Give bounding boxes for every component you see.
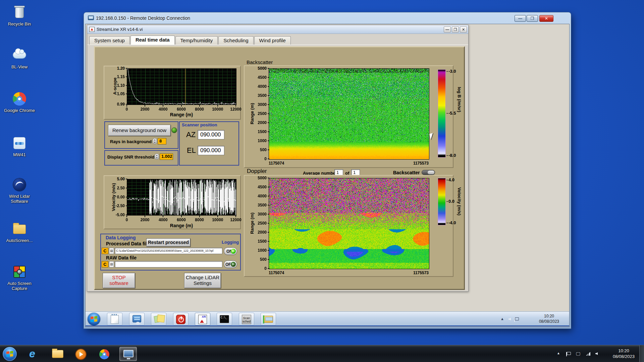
- remote-taskbar-scan-sched[interactable]: Scansched: [239, 313, 254, 325]
- tab-system-setup[interactable]: System setup: [89, 36, 130, 45]
- axis-tick-label: 5000: [250, 176, 267, 180]
- rdp-maximize-button[interactable]: ❐: [527, 15, 538, 22]
- colorbar-tick-label: -5.5: [448, 111, 456, 116]
- remote-taskbar-folder[interactable]: [261, 313, 276, 325]
- processed-drive-badge[interactable]: C: [102, 248, 108, 254]
- rdp-close-button[interactable]: ✕: [539, 15, 553, 22]
- rays-spinner[interactable]: ▲▼: [153, 138, 157, 144]
- remote-start-button[interactable]: [88, 313, 100, 325]
- raw-drive-badge[interactable]: C: [102, 261, 108, 267]
- tick-mark: [217, 216, 218, 217]
- processed-path-field[interactable]: C:\Lidar\Data\Proc\2023\202308\20230808\…: [115, 248, 222, 254]
- remote-taskbar-control-app[interactable]: [129, 313, 145, 325]
- tick-mark: [126, 94, 127, 94]
- tick-mark: [235, 216, 236, 217]
- desktop-icon-label: Recycle Bin: [2, 21, 37, 26]
- tick-mark: [181, 105, 182, 107]
- rdp-titlebar[interactable]: 192.168.0.150 - Remote Desktop Connectio…: [84, 12, 571, 24]
- tick-mark: [268, 196, 269, 196]
- remote-taskbar-streamline-xr[interactable]: XR: [195, 313, 210, 325]
- backscatter-x-start: 1175074: [269, 161, 284, 166]
- colorbar-tick-label: -3.0: [448, 69, 456, 74]
- clock[interactable]: 10:20 08/08/2023: [613, 348, 635, 359]
- scanner-position-group: [179, 121, 239, 166]
- start-button[interactable]: [3, 347, 17, 361]
- desktop-icon-autoscreen[interactable]: AutoScreen...: [2, 221, 37, 243]
- axis-tick-label: 0: [250, 157, 267, 161]
- snr-label: Display SNR threshold: [107, 155, 154, 160]
- volume-icon[interactable]: [595, 352, 598, 355]
- taskbar-chrome[interactable]: [96, 347, 113, 361]
- raw-path-field[interactable]: [115, 261, 222, 267]
- rays-field[interactable]: 8: [158, 138, 166, 144]
- network-icon[interactable]: [586, 352, 590, 356]
- rdp-minimize-button[interactable]: —: [515, 15, 526, 22]
- axis-tick-label: 500: [250, 257, 267, 262]
- remote-taskbar-sticky-notes[interactable]: [151, 313, 166, 325]
- axis-tick-label: 3000: [250, 212, 267, 217]
- streamline-titlebar[interactable]: StreamLine XR v14-6.vi — ❐ ✕: [87, 25, 468, 34]
- taskbar: e ▲ 🖵 10:20 08/08/2023: [0, 345, 644, 362]
- app-minimize-button[interactable]: —: [444, 26, 451, 33]
- axis-tick-label: -: [446, 220, 448, 225]
- tab-scheduling[interactable]: Scheduling: [218, 36, 253, 45]
- desktop-icon-google-chrome[interactable]: Google Chrome: [2, 91, 37, 113]
- taskbar-media-player[interactable]: [72, 347, 90, 361]
- desktop-icon-bl-view[interactable]: BL-View: [2, 48, 37, 69]
- axis-tick-label: -: [446, 111, 448, 116]
- remote-hidden-icons-arrow[interactable]: ▲: [500, 317, 504, 321]
- raw-browse-icon[interactable]: ▤: [109, 261, 114, 267]
- tick-mark: [126, 197, 127, 197]
- tab-real-time-data[interactable]: Real time data: [130, 36, 175, 45]
- show-desktop-button[interactable]: [639, 345, 644, 362]
- restart-processed-file-button[interactable]: Restart processed file: [146, 238, 191, 247]
- axis-tick-label: 2500: [250, 221, 267, 226]
- action-center-flag-icon[interactable]: [567, 352, 571, 355]
- desktop-icon-recycle-bin[interactable]: Recycle Bin: [2, 5, 37, 26]
- backscatter-colorbar: [438, 69, 446, 158]
- tick-mark: [126, 85, 127, 86]
- desktop: Recycle Bin BL-View Google Chrome MW41 W…: [0, 0, 644, 362]
- tab-temp-humidity[interactable]: Temp/humidity: [175, 36, 218, 45]
- rays-label: Rays in background: [110, 139, 152, 144]
- renew-background-button[interactable]: Renew background now: [108, 125, 171, 136]
- desktop-icon-mw41[interactable]: MW41: [2, 135, 37, 157]
- az-field[interactable]: 090.000: [198, 130, 224, 139]
- change-lidar-settings-button[interactable]: Change LiDAR Settings: [184, 273, 221, 288]
- remote-volume-icon[interactable]: [508, 318, 511, 320]
- app-close-button[interactable]: ✕: [460, 26, 467, 33]
- processed-browse-icon[interactable]: ▤: [109, 248, 114, 254]
- remote-action-flag-icon[interactable]: [515, 317, 519, 320]
- tab-strip: System setupReal time dataTemp/humidityS…: [89, 36, 291, 45]
- remote-clock[interactable]: 10:20 08/08/2023: [539, 313, 559, 324]
- remote-taskbar-cmd[interactable]: C:\_: [217, 313, 232, 325]
- desktop-icon-wind-lidar[interactable]: Wind Lidar Software: [2, 177, 37, 204]
- tick-mark: [126, 215, 127, 215]
- axis-tick-label: 0: [118, 107, 136, 112]
- tab-wind-profile[interactable]: Wind profile: [254, 36, 291, 45]
- remote-taskbar-notepad[interactable]: [107, 313, 122, 325]
- app-maximize-button[interactable]: ❐: [452, 26, 459, 33]
- taskbar-remote-desktop[interactable]: [119, 347, 137, 361]
- stop-software-button[interactable]: STOP software: [103, 273, 135, 288]
- tick-mark: [268, 214, 269, 215]
- hidden-icons-arrow[interactable]: ▲: [557, 351, 560, 355]
- folder-icon: [12, 221, 27, 237]
- bl-view-icon: [12, 48, 27, 63]
- desktop-icon-auto-screen-capture[interactable]: Auto Screen Capture: [2, 264, 37, 291]
- logging-on-button[interactable]: ON: [224, 247, 237, 255]
- remote-taskbar-power-app[interactable]: [173, 313, 189, 325]
- tick-mark: [181, 216, 182, 217]
- logging-off-button[interactable]: OFF: [224, 260, 237, 268]
- backscatter-toggle[interactable]: [422, 170, 435, 175]
- taskbar-internet-explorer[interactable]: e: [25, 347, 43, 361]
- el-field[interactable]: 090.000: [198, 146, 224, 155]
- snr-spinner[interactable]: ▲▼: [155, 154, 159, 160]
- tick-mark: [268, 241, 269, 242]
- tick-mark: [268, 178, 269, 178]
- axis-tick-label: -5.00: [108, 213, 125, 217]
- tv-icon[interactable]: 🖵: [576, 351, 580, 357]
- tick-mark: [163, 216, 163, 217]
- taskbar-explorer[interactable]: [49, 347, 66, 361]
- snr-field[interactable]: 1.002: [160, 154, 173, 160]
